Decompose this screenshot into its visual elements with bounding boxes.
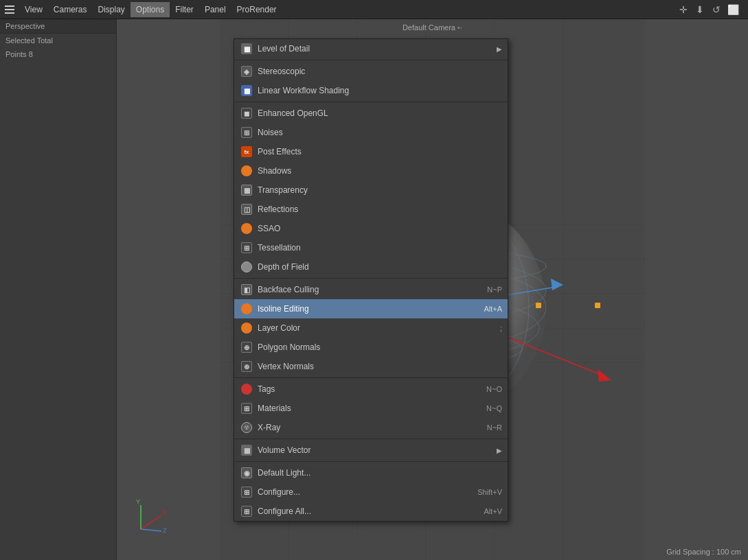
menu-options[interactable]: Options [131, 2, 170, 17]
level-of-detail-icon: ▦ [240, 42, 253, 56]
menu-item-configure-all[interactable]: ⊞ Configure All... Alt+V [234, 502, 508, 521]
menu-item-post-effects[interactable]: fx Post Effects [234, 142, 508, 161]
menu-item-vertex-normals[interactable]: ⊕ Vertex Normals [234, 357, 508, 376]
post-effects-icon: fx [240, 145, 253, 159]
menu-item-enhanced-opengl[interactable]: ◼ Enhanced OpenGL [234, 104, 508, 123]
app-icon [3, 3, 16, 16]
refresh-icon[interactable]: ↺ [710, 3, 723, 16]
svg-text:Z: Z [163, 527, 167, 534]
transparency-icon: ▦ [240, 183, 253, 197]
menu-item-reflections[interactable]: ◫ Reflections [234, 200, 508, 219]
backface-culling-icon: ◧ [240, 283, 253, 296]
tessellation-icon: ⊞ [240, 241, 253, 255]
main-layout: Perspective Selected Total Points 8 Defa… [0, 19, 748, 560]
perspective-label: Perspective [0, 19, 116, 34]
depth-of-field-icon [240, 260, 253, 274]
grid-spacing-label: Grid Spacing : 100 cm [666, 548, 741, 556]
x-ray-icon: ☢ [240, 421, 253, 434]
separator [234, 102, 508, 102]
separator [234, 461, 508, 462]
enhanced-opengl-icon: ◼ [240, 106, 253, 120]
linear-workflow-icon: ▩ [240, 84, 253, 97]
menu-item-layer-color[interactable]: Layer Color ; [234, 318, 508, 338]
menu-item-stereoscopic[interactable]: ◈ Stereoscopic [234, 62, 508, 81]
tags-icon [240, 382, 253, 396]
menu-panel[interactable]: Panel [199, 2, 231, 17]
menu-view[interactable]: View [19, 2, 48, 17]
menu-item-transparency[interactable]: ▦ Transparency [234, 180, 508, 200]
points-info: Points 8 [0, 47, 116, 61]
svg-line-46 [141, 529, 161, 531]
configure-all-icon: ⊞ [240, 504, 253, 518]
polygon-normals-icon: ⊕ [240, 340, 253, 354]
isoline-editing-icon [240, 302, 253, 316]
menu-item-noises[interactable]: ⊞ Noises [234, 123, 508, 142]
separator [234, 60, 508, 60]
axis-indicator: X Y Z [131, 498, 172, 539]
svg-rect-35 [536, 303, 541, 308]
menu-item-backface-culling[interactable]: ◧ Backface Culling N~P [234, 280, 508, 299]
window-icon[interactable]: ⬜ [726, 3, 740, 16]
menu-bar: View Cameras Display Options Filter Pane… [0, 0, 748, 19]
menu-item-depth-of-field[interactable]: Depth of Field [234, 257, 508, 277]
options-dropdown: ▦ Level of Detail ▶ ◈ Stereoscopic ▩ Lin… [234, 38, 508, 522]
selected-total-label: Selected Total [0, 34, 116, 47]
menu-item-level-of-detail[interactable]: ▦ Level of Detail ▶ [234, 39, 508, 58]
menu-item-default-light[interactable]: ◉ Default Light... [234, 463, 508, 482]
noises-icon: ⊞ [240, 126, 253, 139]
vertex-normals-icon: ⊕ [240, 360, 253, 373]
materials-icon: ⊞ [240, 401, 253, 415]
separator [234, 377, 508, 378]
menu-display[interactable]: Display [92, 2, 130, 17]
svg-rect-0 [5, 5, 14, 7]
menu-item-tessellation[interactable]: ⊞ Tessellation [234, 238, 508, 257]
layer-color-icon [240, 321, 253, 335]
viewport-3d[interactable]: Default Camera •◦ [117, 19, 748, 560]
menu-item-tags[interactable]: Tags N~O [234, 380, 508, 399]
reflections-icon: ◫ [240, 202, 253, 216]
svg-rect-2 [5, 12, 14, 14]
down-icon[interactable]: ⬇ [693, 3, 707, 16]
menu-cameras[interactable]: Cameras [48, 2, 93, 17]
menu-prorender[interactable]: ProRender [231, 2, 282, 17]
menu-item-linear-workflow[interactable]: ▩ Linear Workflow Shading [234, 81, 508, 100]
move-icon[interactable]: ✛ [677, 3, 690, 16]
svg-rect-41 [595, 303, 600, 308]
volume-vector-icon: ▦ [240, 443, 253, 457]
menu-filter[interactable]: Filter [170, 2, 199, 17]
menu-item-x-ray[interactable]: ☢ X-Ray N~R [234, 418, 508, 437]
camera-label: Default Camera •◦ [403, 23, 462, 32]
svg-text:X: X [163, 509, 167, 515]
menu-item-ssao[interactable]: SSAO [234, 219, 508, 238]
menu-item-materials[interactable]: ⊞ Materials N~Q [234, 399, 508, 418]
menu-item-isoline-editing[interactable]: Isoline Editing Alt+A [234, 299, 508, 318]
menu-item-configure[interactable]: ⊞ Configure... Shift+V [234, 482, 508, 502]
menu-item-volume-vector[interactable]: ▦ Volume Vector ▶ [234, 441, 508, 460]
menu-item-shadows[interactable]: Shadows [234, 161, 508, 180]
left-sidebar: Perspective Selected Total Points 8 [0, 19, 117, 560]
separator [234, 439, 508, 439]
configure-icon: ⊞ [240, 485, 253, 499]
svg-line-42 [141, 515, 161, 529]
default-light-icon: ◉ [240, 466, 253, 480]
shadows-icon [240, 164, 253, 178]
toolbar-right: ✛ ⬇ ↺ ⬜ [677, 3, 745, 16]
separator [234, 278, 508, 279]
stereoscopic-icon: ◈ [240, 65, 253, 78]
ssao-icon [240, 222, 253, 235]
menu-item-polygon-normals[interactable]: ⊕ Polygon Normals [234, 338, 508, 357]
svg-rect-1 [5, 9, 14, 10]
svg-text:Y: Y [136, 498, 140, 505]
